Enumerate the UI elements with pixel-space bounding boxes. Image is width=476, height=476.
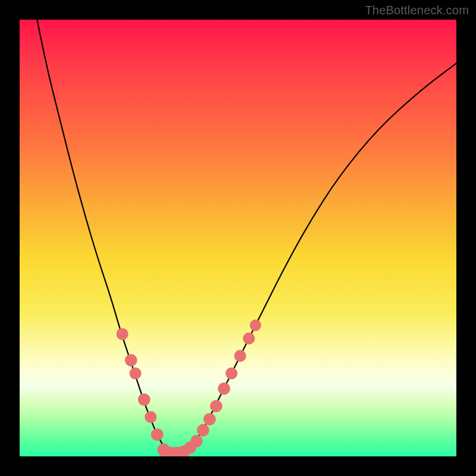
marker-dot [190, 435, 203, 447]
watermark-text: TheBottleneck.com [365, 4, 469, 17]
marker-dot [145, 411, 156, 423]
bottleneck-curve [37, 20, 456, 454]
marker-dot [218, 383, 230, 395]
plot-area [20, 20, 456, 456]
marker-dot [250, 320, 261, 331]
marker-dot [117, 328, 129, 340]
marker-dot [243, 333, 255, 345]
marker-dot [125, 354, 137, 367]
marker-dot [151, 428, 164, 441]
marker-dot [210, 400, 223, 412]
curve-svg [20, 20, 456, 456]
marker-dot [234, 350, 246, 362]
marker-dot [203, 413, 216, 425]
marker-dot [226, 368, 237, 380]
chart-frame: TheBottleneck.com [0, 0, 476, 476]
marker-group [117, 320, 262, 456]
marker-dot [130, 368, 142, 380]
marker-dot [138, 393, 151, 406]
marker-dot [197, 424, 209, 437]
